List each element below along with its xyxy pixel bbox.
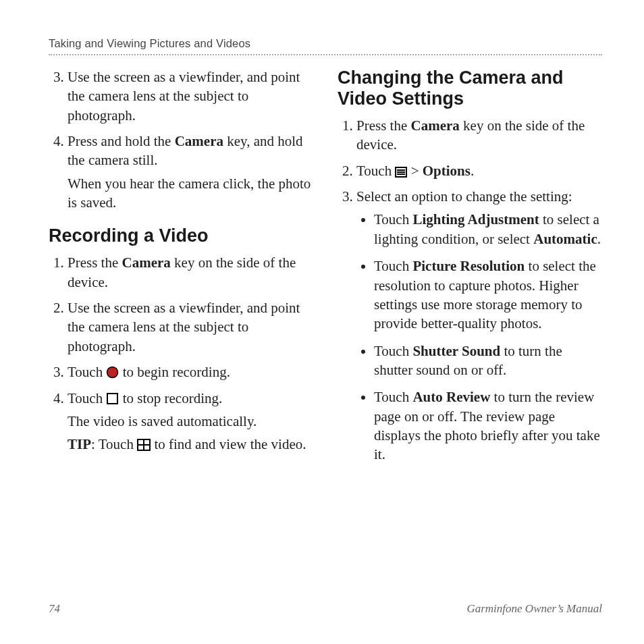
list-item: Press the Camera key on the side of the … bbox=[356, 116, 602, 155]
text: to find and view the video. bbox=[151, 436, 306, 452]
footer: 74 Garminfone Owner’s Manual bbox=[49, 602, 602, 616]
ordered-list: Press the Camera key on the side of the … bbox=[49, 253, 313, 454]
bold: Camera bbox=[122, 254, 171, 271]
bold: Lighting Adjustment bbox=[412, 211, 539, 227]
bold: Options bbox=[423, 163, 471, 179]
bullet-item: Touch Lighting Adjustment to select a li… bbox=[374, 210, 602, 248]
text: > bbox=[407, 163, 422, 179]
bullet-list: Touch Lighting Adjustment to select a li… bbox=[356, 210, 602, 464]
manual-title: Garminfone Owner’s Manual bbox=[466, 602, 602, 616]
text: : Touch bbox=[91, 436, 137, 452]
list-item: Touch to stop recording. The video is sa… bbox=[68, 389, 313, 454]
bold: Automatic bbox=[533, 231, 597, 247]
heading-settings: Changing the Camera and Video Settings bbox=[338, 68, 602, 109]
text: Touch bbox=[68, 390, 106, 406]
ordered-list: Use the screen as a viewfinder, and poin… bbox=[49, 68, 313, 212]
list-item: Use the screen as a viewfinder, and poin… bbox=[68, 68, 313, 125]
text: Touch bbox=[374, 211, 412, 227]
text: Touch bbox=[374, 343, 412, 359]
ordered-list: Press the Camera key on the side of the … bbox=[338, 116, 602, 464]
text: Press the bbox=[356, 117, 411, 134]
bold: Auto Review bbox=[412, 389, 490, 405]
running-head: Taking and Viewing Pictures and Videos bbox=[49, 37, 602, 55]
section-recording: Recording a Video Press the Camera key o… bbox=[49, 225, 313, 454]
bold: Camera bbox=[175, 133, 223, 149]
text: to stop recording. bbox=[119, 390, 222, 406]
bold: Shutter Sound bbox=[412, 343, 500, 359]
text: Touch bbox=[374, 389, 412, 405]
tip-label: TIP bbox=[68, 436, 91, 452]
list-item: Touch > Options. bbox=[356, 161, 602, 180]
text: Use the screen as a viewfinder, and poin… bbox=[68, 300, 300, 354]
page: Taking and Viewing Pictures and Videos U… bbox=[0, 0, 644, 470]
follow-text: The video is saved automatically. bbox=[68, 412, 313, 431]
list-item: Select an option to change the setting: … bbox=[356, 187, 602, 464]
record-icon bbox=[106, 366, 119, 379]
bullet-item: Touch Shutter Sound to turn the shutter … bbox=[374, 342, 602, 380]
list-item: Use the screen as a viewfinder, and poin… bbox=[68, 298, 313, 356]
bold: Picture Resolution bbox=[412, 258, 525, 274]
bullet-item: Touch Auto Review to turn the review pag… bbox=[374, 387, 602, 464]
tip-line: TIP: Touch to find and view the video. bbox=[68, 435, 313, 454]
text: to begin recording. bbox=[119, 364, 230, 380]
text: . bbox=[471, 163, 474, 179]
page-number: 74 bbox=[49, 602, 60, 616]
text: Touch bbox=[68, 364, 106, 380]
svg-rect-1 bbox=[107, 394, 117, 404]
text: Touch bbox=[374, 258, 412, 274]
text: Touch bbox=[356, 163, 395, 179]
list-item: Press the Camera key on the side of the … bbox=[68, 253, 313, 292]
two-columns: Use the screen as a viewfinder, and poin… bbox=[49, 68, 602, 470]
text: Select an option to change the setting: bbox=[356, 188, 572, 205]
heading-recording: Recording a Video bbox=[49, 225, 313, 246]
text: Use the screen as a viewfinder, and poin… bbox=[68, 69, 300, 124]
list-item: Touch to begin recording. bbox=[68, 363, 313, 381]
svg-point-0 bbox=[107, 367, 118, 378]
text: Press and hold the bbox=[68, 133, 175, 149]
grid-icon bbox=[137, 439, 151, 451]
text: Press the bbox=[68, 254, 122, 271]
list-item: Press and hold the Camera key, and hold … bbox=[68, 132, 313, 212]
menu-icon bbox=[395, 167, 407, 178]
bullet-item: Touch Picture Resolution to select the r… bbox=[374, 257, 602, 333]
text: . bbox=[597, 231, 601, 247]
follow-text: When you hear the camera click, the phot… bbox=[68, 174, 313, 213]
stop-icon bbox=[106, 392, 119, 405]
section-settings: Changing the Camera and Video Settings P… bbox=[338, 68, 602, 464]
continued-steps: Use the screen as a viewfinder, and poin… bbox=[49, 68, 313, 212]
bold: Camera bbox=[411, 117, 460, 134]
